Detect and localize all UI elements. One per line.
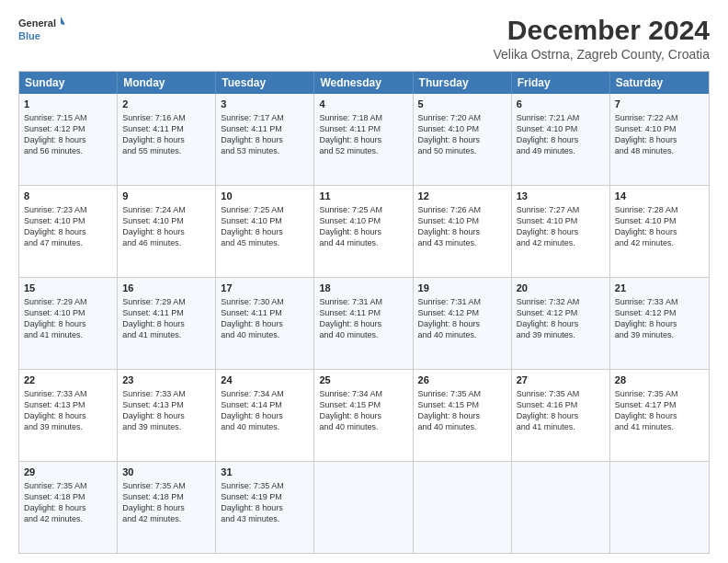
day-info: Daylight: 8 hours [122, 318, 210, 329]
cal-header-saturday: Saturday [610, 72, 709, 94]
day-info: Sunset: 4:11 PM [221, 123, 309, 134]
cal-header-thursday: Thursday [414, 72, 512, 94]
day-info: and 53 minutes. [221, 145, 309, 156]
cal-header-monday: Monday [118, 72, 216, 94]
day-info: Sunset: 4:12 PM [517, 307, 605, 318]
day-info: Sunrise: 7:29 AM [24, 296, 112, 307]
day-info: and 50 minutes. [418, 145, 506, 156]
calendar-header: SundayMondayTuesdayWednesdayThursdayFrid… [19, 72, 709, 94]
day-info: and 40 minutes. [221, 329, 309, 340]
day-info: Sunrise: 7:29 AM [122, 296, 210, 307]
subtitle: Velika Ostrna, Zagreb County, Croatia [493, 47, 710, 62]
day-number: 9 [122, 190, 210, 203]
day-info: and 44 minutes. [319, 237, 407, 248]
day-info: Sunrise: 7:23 AM [24, 204, 112, 215]
day-info: and 42 minutes. [122, 513, 210, 524]
day-info: Sunrise: 7:15 AM [24, 112, 112, 123]
day-number: 22 [24, 373, 112, 387]
main-title: December 2024 [493, 15, 710, 45]
cal-header-wednesday: Wednesday [314, 72, 413, 94]
day-number: 15 [24, 282, 112, 295]
day-info: and 40 minutes. [418, 329, 506, 340]
page: General Blue December 2024 Velika Ostrna… [0, 0, 728, 563]
day-info: Sunset: 4:10 PM [122, 215, 210, 226]
day-info: Daylight: 8 hours [319, 410, 407, 421]
day-info: Sunrise: 7:35 AM [221, 480, 309, 491]
day-info: Daylight: 8 hours [24, 226, 112, 237]
svg-text:General: General [18, 17, 56, 29]
day-info: Sunrise: 7:34 AM [221, 388, 309, 399]
day-info: and 45 minutes. [221, 237, 309, 248]
day-info: Daylight: 8 hours [418, 134, 506, 145]
day-info: Sunset: 4:12 PM [24, 123, 112, 134]
cal-cell-18: 18Sunrise: 7:31 AMSunset: 4:11 PMDayligh… [314, 278, 413, 369]
cal-header-sunday: Sunday [19, 72, 118, 94]
day-info: Sunset: 4:10 PM [221, 215, 309, 226]
day-info: Sunrise: 7:33 AM [24, 388, 112, 399]
day-info: Sunrise: 7:35 AM [517, 388, 605, 399]
day-info: Daylight: 8 hours [24, 318, 112, 329]
cal-cell-12: 12Sunrise: 7:26 AMSunset: 4:10 PMDayligh… [414, 186, 512, 277]
day-info: Sunset: 4:10 PM [517, 215, 605, 226]
day-number: 19 [418, 282, 506, 295]
day-number: 6 [517, 98, 605, 111]
day-info: Daylight: 8 hours [418, 318, 506, 329]
cal-cell-empty [314, 462, 413, 553]
cal-cell-30: 30Sunrise: 7:35 AMSunset: 4:18 PMDayligh… [118, 462, 216, 553]
day-number: 27 [517, 373, 605, 387]
day-info: Sunset: 4:16 PM [517, 399, 605, 410]
day-info: and 40 minutes. [319, 421, 407, 432]
cal-cell-11: 11Sunrise: 7:25 AMSunset: 4:10 PMDayligh… [314, 186, 413, 277]
day-info: and 43 minutes. [418, 237, 506, 248]
day-info: Daylight: 8 hours [24, 502, 112, 513]
cal-cell-28: 28Sunrise: 7:35 AMSunset: 4:17 PMDayligh… [610, 370, 709, 461]
day-info: Sunrise: 7:21 AM [517, 112, 605, 123]
day-number: 13 [517, 190, 605, 203]
day-info: Daylight: 8 hours [615, 410, 704, 421]
day-info: Sunrise: 7:35 AM [615, 388, 704, 399]
day-info: Sunset: 4:12 PM [615, 307, 704, 318]
day-info: and 56 minutes. [24, 145, 112, 156]
day-info: and 55 minutes. [122, 145, 210, 156]
cal-cell-26: 26Sunrise: 7:35 AMSunset: 4:15 PMDayligh… [414, 370, 512, 461]
day-info: Sunset: 4:10 PM [319, 215, 407, 226]
day-number: 8 [24, 190, 112, 203]
day-info: Daylight: 8 hours [418, 410, 506, 421]
cal-row-3: 15Sunrise: 7:29 AMSunset: 4:10 PMDayligh… [19, 277, 709, 369]
day-info: Sunrise: 7:16 AM [122, 112, 210, 123]
cal-row-1: 1Sunrise: 7:15 AMSunset: 4:12 PMDaylight… [19, 94, 709, 185]
cal-cell-4: 4Sunrise: 7:18 AMSunset: 4:11 PMDaylight… [314, 94, 413, 185]
day-info: Sunrise: 7:35 AM [122, 480, 210, 491]
day-info: Sunrise: 7:26 AM [418, 204, 506, 215]
day-info: and 42 minutes. [24, 513, 112, 524]
day-info: Daylight: 8 hours [517, 410, 605, 421]
day-info: Daylight: 8 hours [517, 134, 605, 145]
day-info: and 39 minutes. [122, 421, 210, 432]
day-info: and 47 minutes. [24, 237, 112, 248]
day-info: and 39 minutes. [24, 421, 112, 432]
cal-cell-6: 6Sunrise: 7:21 AMSunset: 4:10 PMDaylight… [512, 94, 610, 185]
cal-cell-5: 5Sunrise: 7:20 AMSunset: 4:10 PMDaylight… [414, 94, 512, 185]
cal-header-friday: Friday [512, 72, 610, 94]
day-info: Daylight: 8 hours [615, 134, 704, 145]
day-info: Sunset: 4:13 PM [122, 399, 210, 410]
header: General Blue December 2024 Velika Ostrna… [18, 15, 710, 62]
cal-cell-27: 27Sunrise: 7:35 AMSunset: 4:16 PMDayligh… [512, 370, 610, 461]
day-number: 31 [221, 465, 309, 479]
day-number: 30 [122, 465, 210, 479]
day-info: Sunset: 4:10 PM [24, 215, 112, 226]
day-number: 16 [122, 282, 210, 295]
day-info: Daylight: 8 hours [221, 226, 309, 237]
day-info: and 42 minutes. [517, 237, 605, 248]
day-info: Sunrise: 7:30 AM [221, 296, 309, 307]
day-info: Sunrise: 7:33 AM [615, 296, 704, 307]
cal-cell-17: 17Sunrise: 7:30 AMSunset: 4:11 PMDayligh… [216, 278, 314, 369]
day-number: 12 [418, 190, 506, 203]
day-info: Sunset: 4:15 PM [319, 399, 407, 410]
cal-cell-29: 29Sunrise: 7:35 AMSunset: 4:18 PMDayligh… [19, 462, 118, 553]
cal-cell-9: 9Sunrise: 7:24 AMSunset: 4:10 PMDaylight… [118, 186, 216, 277]
cal-cell-7: 7Sunrise: 7:22 AMSunset: 4:10 PMDaylight… [610, 94, 709, 185]
day-info: Daylight: 8 hours [122, 134, 210, 145]
day-info: and 41 minutes. [122, 329, 210, 340]
day-info: Sunset: 4:18 PM [122, 491, 210, 502]
